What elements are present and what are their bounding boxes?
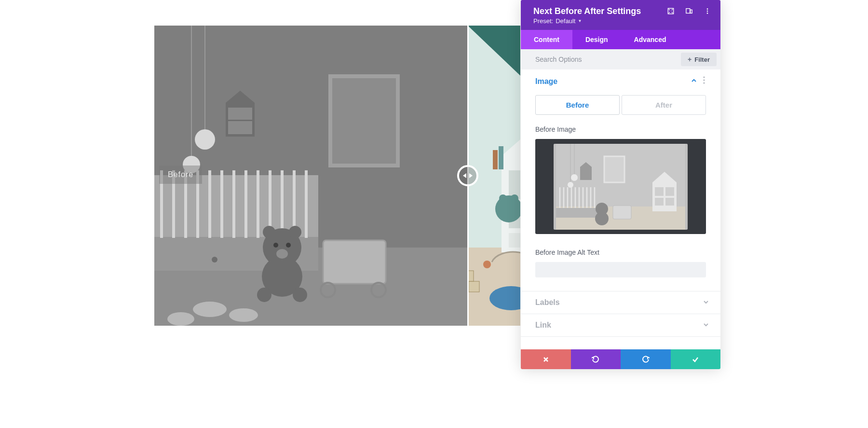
svg-point-4 xyxy=(195,129,215,150)
svg-point-50 xyxy=(499,194,507,202)
svg-point-61 xyxy=(707,11,708,12)
svg-rect-59 xyxy=(691,10,692,13)
svg-point-27 xyxy=(263,226,275,238)
svg-point-69 xyxy=(571,174,578,181)
svg-point-63 xyxy=(703,76,705,78)
section-more-icon[interactable] xyxy=(703,76,709,86)
search-row: + Filter xyxy=(521,49,720,69)
svg-rect-2 xyxy=(330,76,398,166)
svg-rect-46 xyxy=(509,233,520,248)
redo-icon xyxy=(642,356,650,363)
before-image-label: Before Image xyxy=(535,125,706,133)
svg-rect-90 xyxy=(665,198,674,206)
save-button[interactable] xyxy=(671,349,721,369)
devices-icon[interactable] xyxy=(686,8,692,16)
search-input[interactable] xyxy=(535,55,676,63)
chevron-down-icon xyxy=(703,299,709,306)
plus-icon: + xyxy=(688,55,692,63)
preset-value: Default xyxy=(556,17,575,25)
svg-point-60 xyxy=(707,8,708,10)
svg-point-29 xyxy=(273,243,278,248)
arrow-left-icon xyxy=(463,173,466,178)
slider-handle[interactable] xyxy=(457,165,478,186)
section-link-title: Link xyxy=(535,321,551,330)
more-icon[interactable] xyxy=(704,8,711,16)
svg-point-51 xyxy=(511,194,518,202)
svg-rect-8 xyxy=(228,121,252,134)
svg-rect-89 xyxy=(655,198,664,206)
toggle-before[interactable]: Before xyxy=(535,95,620,115)
section-labels-title: Labels xyxy=(535,298,560,307)
actions-bar xyxy=(521,349,720,369)
preset-selector[interactable]: Preset: Default ▼ xyxy=(533,17,641,25)
svg-rect-83 xyxy=(556,208,599,218)
svg-point-39 xyxy=(167,312,194,326)
svg-rect-47 xyxy=(493,150,498,169)
before-after-toggle: Before After xyxy=(535,95,706,115)
arrow-right-icon xyxy=(469,173,473,178)
section-image-body: Before After Before Image xyxy=(521,93,720,291)
svg-point-65 xyxy=(703,82,705,83)
svg-point-32 xyxy=(257,288,271,302)
tab-advanced[interactable]: Advanced xyxy=(621,30,720,49)
section-image-head[interactable]: Image xyxy=(521,69,720,93)
svg-rect-87 xyxy=(655,187,664,196)
svg-rect-34 xyxy=(323,240,386,284)
caret-down-icon: ▼ xyxy=(578,19,582,23)
section-image-title: Image xyxy=(535,77,557,86)
tab-content[interactable]: Content xyxy=(521,30,572,49)
alt-text-label: Before Image Alt Text xyxy=(535,249,706,256)
preview-before-pane: Before xyxy=(154,26,468,326)
svg-rect-54 xyxy=(469,281,479,292)
before-after-preview: Before xyxy=(154,26,520,326)
expand-icon[interactable] xyxy=(667,8,674,16)
alt-text-input[interactable] xyxy=(535,262,706,277)
filter-label: Filter xyxy=(694,56,710,63)
settings-panel: Next Before After Settings Preset: Defau… xyxy=(521,0,720,369)
svg-point-33 xyxy=(293,288,307,302)
svg-rect-48 xyxy=(499,146,503,169)
section-labels-head[interactable]: Labels xyxy=(521,291,720,314)
undo-button[interactable] xyxy=(571,349,621,369)
check-icon xyxy=(692,356,699,363)
svg-rect-7 xyxy=(228,108,252,120)
svg-point-38 xyxy=(229,308,258,322)
panel-header: Next Before After Settings Preset: Defau… xyxy=(521,0,720,30)
svg-rect-68 xyxy=(604,156,624,182)
svg-point-56 xyxy=(483,261,491,268)
filter-button[interactable]: + Filter xyxy=(681,53,717,66)
section-link-head[interactable]: Link xyxy=(521,314,720,337)
svg-point-85 xyxy=(595,212,609,225)
panel-title: Next Before After Settings xyxy=(533,6,641,16)
before-image-picker[interactable] xyxy=(535,139,706,234)
options-body: Image Before After Before Image xyxy=(521,69,720,349)
svg-point-28 xyxy=(289,226,301,238)
preset-label: Preset: xyxy=(533,17,553,25)
svg-point-70 xyxy=(568,182,573,188)
svg-point-64 xyxy=(703,79,705,81)
close-icon xyxy=(542,356,549,363)
tab-bar: Content Design Advanced xyxy=(521,30,720,49)
svg-point-30 xyxy=(286,243,291,248)
svg-rect-86 xyxy=(613,206,631,219)
toggle-after[interactable]: After xyxy=(622,95,706,115)
cancel-button[interactable] xyxy=(521,349,571,369)
undo-icon xyxy=(592,356,599,363)
svg-point-62 xyxy=(707,13,708,14)
svg-point-37 xyxy=(193,302,227,317)
chevron-down-icon xyxy=(703,322,709,329)
redo-button[interactable] xyxy=(621,349,671,369)
chevron-up-icon xyxy=(691,78,697,85)
svg-point-24 xyxy=(212,257,217,262)
svg-rect-88 xyxy=(665,187,674,196)
svg-point-31 xyxy=(276,249,288,259)
svg-rect-58 xyxy=(686,9,690,14)
before-label-badge: Before xyxy=(159,166,202,184)
tab-design[interactable]: Design xyxy=(572,30,621,49)
before-image-thumbnail xyxy=(554,144,688,230)
